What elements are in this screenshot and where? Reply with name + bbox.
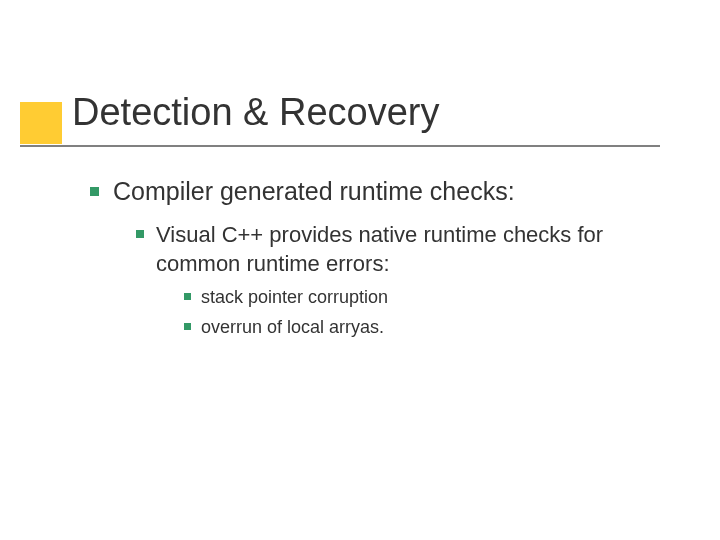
bullet-level2: Visual C++ provides native runtime check… — [136, 221, 670, 278]
square-bullet-icon — [90, 187, 99, 196]
level1-text: Compiler generated runtime checks: — [113, 176, 515, 207]
square-bullet-icon — [184, 293, 191, 300]
level3-text-0: stack pointer corruption — [201, 286, 388, 309]
accent-square — [20, 102, 62, 144]
bullet-level3: overrun of local arryas. — [184, 316, 670, 339]
level2-text: Visual C++ provides native runtime check… — [156, 221, 670, 278]
level3-text-1: overrun of local arryas. — [201, 316, 384, 339]
bullet-level1: Compiler generated runtime checks: — [90, 176, 670, 207]
title-container: Detection & Recovery — [72, 92, 680, 134]
square-bullet-icon — [136, 230, 144, 238]
slide: Detection & Recovery Compiler generated … — [0, 0, 720, 540]
slide-body: Compiler generated runtime checks: Visua… — [90, 176, 670, 339]
slide-title: Detection & Recovery — [72, 92, 680, 134]
bullet-level3: stack pointer corruption — [184, 286, 670, 309]
square-bullet-icon — [184, 323, 191, 330]
title-underline — [20, 145, 660, 147]
